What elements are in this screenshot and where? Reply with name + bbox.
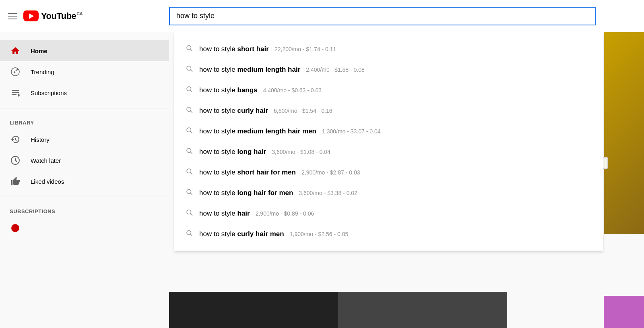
- youtube-logo[interactable]: YouTubeCA: [23, 10, 83, 21]
- subscriptions-section-label: SUBSCRIPTIONS: [0, 202, 169, 218]
- svg-rect-1: [12, 90, 19, 91]
- autocomplete-prefix: how to style: [199, 230, 237, 238]
- svg-line-10: [190, 70, 192, 71]
- autocomplete-text: how to style hair2,900/mo - $0.89 - 0.06: [199, 210, 314, 218]
- autocomplete-item-5[interactable]: how to style long hair3,600/mo - $1.08 -…: [174, 141, 603, 162]
- liked-videos-icon: [10, 176, 21, 187]
- autocomplete-prefix: how to style: [199, 45, 237, 53]
- autocomplete-bold: long hair: [237, 148, 266, 156]
- svg-rect-2: [12, 92, 19, 93]
- trending-icon: [10, 66, 21, 77]
- sidebar-item-label: Trending: [31, 69, 54, 75]
- search-icon: [186, 65, 193, 74]
- search-icon: [186, 147, 193, 156]
- autocomplete-bold: short hair: [237, 45, 269, 53]
- autocomplete-prefix: how to style: [199, 86, 237, 94]
- search-icon: [186, 209, 193, 218]
- header: YouTubeCA: [0, 0, 644, 32]
- autocomplete-text: how to style long hair for men3,600/mo -…: [199, 189, 357, 197]
- autocomplete-text: how to style short hair22,200/mo - $1.74…: [199, 45, 336, 53]
- home-icon: [10, 45, 21, 56]
- sidebar-item-liked-videos[interactable]: Liked videos: [0, 171, 169, 192]
- right-thumbnail-bottom: [604, 296, 644, 328]
- autocomplete-text: how to style curly hair men1,900/mo - $2…: [199, 230, 348, 238]
- search-icon: [186, 229, 193, 239]
- autocomplete-item-6[interactable]: how to style short hair for men2,900/mo …: [174, 162, 603, 183]
- autocomplete-bold: bangs: [237, 86, 258, 94]
- svg-line-20: [190, 172, 192, 174]
- autocomplete-item-4[interactable]: how to style medium length hair men1,300…: [174, 121, 603, 141]
- sidebar-item-subscription-1[interactable]: [0, 218, 169, 239]
- sidebar-item-subscriptions[interactable]: Subscriptions: [0, 82, 169, 103]
- autocomplete-text: how to style medium length hair men1,300…: [199, 127, 381, 135]
- autocomplete-meta: 6,600/mo - $1.54 - 0.16: [274, 108, 332, 114]
- autocomplete-bold: medium length hair men: [237, 127, 316, 135]
- autocomplete-meta: 2,400/mo - $1.68 - 0.08: [306, 66, 365, 73]
- autocomplete-meta: 4,400/mo - $0.63 - 0.03: [263, 87, 322, 93]
- search-input[interactable]: [169, 7, 596, 25]
- autocomplete-item-0[interactable]: how to style short hair22,200/mo - $1.74…: [174, 39, 603, 59]
- library-section-label: LIBRARY: [0, 113, 169, 129]
- sidebar: Home Trending Subscriptions LIBRARY: [0, 32, 169, 328]
- search-container: [169, 7, 596, 25]
- sidebar-item-label: History: [31, 136, 50, 143]
- search-icon: [186, 44, 193, 54]
- autocomplete-meta: 2,900/mo - $0.89 - 0.06: [256, 210, 314, 217]
- autocomplete-item-3[interactable]: how to style curly hair6,600/mo - $1.54 …: [174, 100, 603, 121]
- autocomplete-meta: 1,300/mo - $3.07 - 0.04: [322, 128, 381, 135]
- subscription-channel-icon: [10, 222, 21, 234]
- svg-marker-4: [18, 93, 20, 97]
- youtube-icon: [23, 10, 39, 21]
- autocomplete-prefix: how to style: [199, 168, 237, 176]
- youtube-text: YouTube: [41, 11, 76, 21]
- autocomplete-bold: long hair for men: [237, 189, 293, 197]
- bottom-thumbnails: [169, 292, 507, 328]
- sidebar-item-history[interactable]: History: [0, 129, 169, 150]
- sidebar-item-trending[interactable]: Trending: [0, 61, 169, 82]
- autocomplete-prefix: how to style: [199, 210, 237, 217]
- youtube-wordmark: YouTubeCA: [41, 11, 83, 21]
- youtube-country: CA: [76, 11, 83, 16]
- hamburger-menu-button[interactable]: [8, 13, 17, 19]
- svg-line-14: [190, 111, 192, 112]
- autocomplete-bold: curly hair: [237, 107, 268, 114]
- autocomplete-dropdown: how to style short hair22,200/mo - $1.74…: [174, 32, 603, 251]
- search-icon: [186, 168, 193, 177]
- autocomplete-prefix: how to style: [199, 127, 237, 135]
- autocomplete-item-8[interactable]: how to style hair2,900/mo - $0.89 - 0.06: [174, 203, 603, 224]
- svg-line-24: [190, 214, 192, 215]
- svg-rect-3: [12, 94, 17, 95]
- sidebar-item-label: Subscriptions: [31, 89, 67, 96]
- autocomplete-text: how to style short hair for men2,900/mo …: [199, 168, 360, 176]
- autocomplete-item-7[interactable]: how to style long hair for men3,600/mo -…: [174, 183, 603, 203]
- sidebar-item-label: Home: [31, 48, 47, 54]
- autocomplete-bold: hair: [237, 210, 250, 217]
- search-icon: [186, 127, 193, 136]
- autocomplete-prefix: how to style: [199, 107, 237, 114]
- autocomplete-item-1[interactable]: how to style medium length hair2,400/mo …: [174, 59, 603, 80]
- autocomplete-prefix: how to style: [199, 148, 237, 156]
- right-thumbnail: [604, 32, 644, 234]
- svg-point-6: [11, 224, 19, 232]
- sidebar-item-home[interactable]: Home: [0, 40, 169, 61]
- autocomplete-meta: 3,600/mo - $1.08 - 0.04: [272, 149, 330, 155]
- autocomplete-meta: 3,600/mo - $3.38 - 0.02: [299, 190, 357, 196]
- autocomplete-prefix: how to style: [199, 66, 237, 73]
- search-icon: [186, 106, 193, 115]
- autocomplete-meta: 2,900/mo - $2.87 - 0.03: [301, 169, 360, 176]
- header-left: YouTubeCA: [8, 10, 169, 21]
- autocomplete-item-2[interactable]: how to style bangs4,400/mo - $0.63 - 0.0…: [174, 80, 603, 100]
- autocomplete-text: how to style bangs4,400/mo - $0.63 - 0.0…: [199, 86, 322, 94]
- svg-line-16: [190, 131, 192, 133]
- sidebar-item-watch-later[interactable]: Watch later: [0, 150, 169, 171]
- autocomplete-meta: 1,900/mo - $2.56 - 0.05: [290, 231, 349, 237]
- bottom-thumb-2: [338, 292, 507, 328]
- svg-line-8: [190, 49, 192, 51]
- svg-line-26: [190, 234, 192, 236]
- autocomplete-item-9[interactable]: how to style curly hair men1,900/mo - $2…: [174, 224, 603, 244]
- search-icon: [186, 85, 193, 95]
- search-icon: [186, 188, 193, 197]
- autocomplete-bold: curly hair men: [237, 230, 284, 238]
- autocomplete-bold: short hair for men: [237, 168, 296, 176]
- autocomplete-text: how to style medium length hair2,400/mo …: [199, 66, 365, 74]
